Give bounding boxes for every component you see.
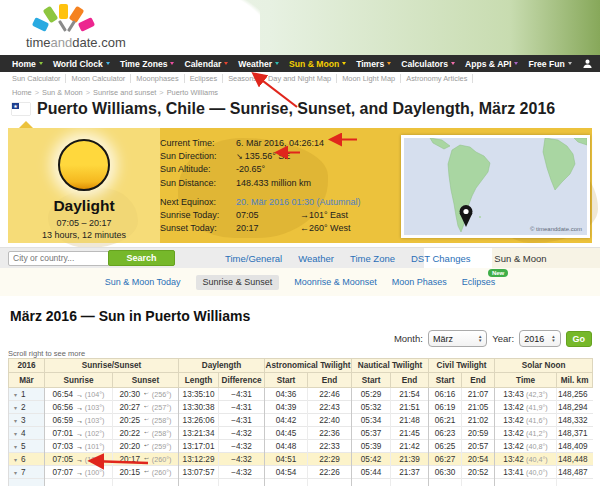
table-row-day-3: ▾306:59 →(103°)20:25 →(258°)13:26:06−4:3… bbox=[9, 414, 593, 427]
azimuth-degrees: (257°) bbox=[152, 403, 172, 412]
group-header-daylength: Daylength bbox=[179, 359, 265, 373]
row-expander-icon[interactable]: ▾ bbox=[14, 431, 17, 437]
azimuth-degrees: (258°) bbox=[152, 429, 172, 438]
group-header-civil-twilight: Civil Twilight bbox=[429, 359, 495, 373]
azimuth-degrees: (256°) bbox=[152, 390, 172, 399]
nav-item-apps-api[interactable]: Apps & API bbox=[465, 59, 518, 69]
breadcrumb-link-sunrise-and-sunset[interactable]: Sunrise and sunset bbox=[93, 88, 156, 97]
cell-astro-end: 22:29 bbox=[308, 453, 352, 466]
nav-item-label: Timers bbox=[356, 59, 384, 69]
breadcrumb-link-home[interactable]: Home bbox=[12, 88, 32, 97]
subnav-link-seasons[interactable]: Seasons bbox=[223, 74, 263, 83]
chevron-down-icon bbox=[170, 62, 174, 65]
location-map[interactable]: © timeanddate.com bbox=[401, 135, 590, 238]
cell-civil-start: 06:27 bbox=[429, 453, 462, 466]
nav-item-label: Apps & API bbox=[465, 59, 511, 69]
nav-item-calculators[interactable]: Calculators bbox=[401, 59, 455, 69]
search-button[interactable]: Search bbox=[108, 250, 175, 266]
daylight-panel: Daylight 07:05 – 20:17 13 hours, 12 minu… bbox=[8, 128, 160, 243]
col-header-end: End bbox=[308, 373, 352, 388]
cell-sunset: 20:25 →(258°) bbox=[113, 414, 179, 427]
month-select[interactable]: März ▲▼ bbox=[428, 330, 487, 347]
cell-astro-start: 04:42 bbox=[265, 414, 308, 427]
subnav-link-sun-calculator[interactable]: Sun Calculator bbox=[12, 74, 66, 83]
row-expander-icon[interactable]: ▾ bbox=[14, 444, 17, 450]
subtab-moon-phases[interactable]: Moon Phases bbox=[392, 277, 447, 287]
select-stepper-icon: ▲▼ bbox=[478, 335, 482, 343]
cell-empty bbox=[113, 479, 179, 486]
subtab-sun-moon-today[interactable]: Sun & Moon Today bbox=[105, 277, 181, 287]
nav-item-timers[interactable]: Timers bbox=[356, 59, 391, 69]
col-header-start: Start bbox=[429, 373, 462, 388]
azimuth-degrees: (260°) bbox=[152, 455, 172, 464]
tab-time-zone[interactable]: Time Zone bbox=[350, 253, 395, 264]
cell-astro-end: 22:40 bbox=[308, 414, 352, 427]
row-expander-icon[interactable]: ▾ bbox=[14, 457, 17, 463]
account-icon[interactable] bbox=[582, 58, 593, 69]
nav-item-calendar[interactable]: Calendar bbox=[184, 59, 228, 69]
daylight-duration: 13 hours, 12 minutes bbox=[8, 230, 160, 240]
cell-nautical-start: 05:44 bbox=[352, 466, 391, 479]
subnav-link-day-and-night-map[interactable]: Day and Night Map bbox=[263, 74, 337, 83]
table-row-day-6: ▾607:05 →(101°)20:17 →(260°)13:12:29−4:3… bbox=[9, 453, 593, 466]
subtab-sunrise-sunset[interactable]: Sunrise & Sunset bbox=[196, 275, 280, 290]
row-expander-icon[interactable]: ▾ bbox=[14, 418, 17, 424]
event-label: Sunset Today: bbox=[160, 222, 236, 235]
go-button[interactable]: Go bbox=[566, 331, 593, 347]
row-expander-icon[interactable]: ▾ bbox=[14, 392, 17, 398]
nav-item-sun-moon[interactable]: Sun & Moon bbox=[289, 59, 346, 69]
subtab-moonrise-moonset[interactable]: Moonrise & Moonset bbox=[294, 277, 377, 287]
subtab-eclipses[interactable]: EclipsesNew bbox=[462, 277, 496, 287]
table-row-day-4: ▾407:01 →(102°)20:22 →(258°)13:21:34−4:3… bbox=[9, 427, 593, 440]
cell-nautical-end: 21:54 bbox=[391, 388, 429, 401]
sun-direction-arrow-icon: → bbox=[143, 441, 152, 451]
nav-item-weather[interactable]: Weather bbox=[238, 59, 279, 69]
nav-item-world-clock[interactable]: World Clock bbox=[53, 59, 110, 69]
year-select[interactable]: 2016 ▲▼ bbox=[519, 330, 560, 347]
stat-value: 148.433 million km bbox=[236, 177, 311, 190]
group-header-solar-noon: Solar Noon bbox=[495, 359, 593, 373]
site-logo[interactable]: timeanddate.com bbox=[26, 4, 166, 54]
nav-item-free-fun[interactable]: Free Fun bbox=[528, 59, 571, 69]
astronomy-subnav: Sun CalculatorMoon CalculatorMoonphasesE… bbox=[12, 74, 473, 83]
nav-item-home[interactable]: Home bbox=[12, 59, 43, 69]
tab-weather[interactable]: Weather bbox=[298, 253, 334, 264]
subnav-link-moon-light-map[interactable]: Moon Light Map bbox=[337, 74, 401, 83]
subnav-link-astronomy-articles[interactable]: Astronomy Articles bbox=[401, 74, 473, 83]
sun-direction-arrow-icon: → bbox=[142, 389, 151, 400]
cell-astro-start: 04:45 bbox=[265, 427, 308, 440]
subnav-link-moon-calculator[interactable]: Moon Calculator bbox=[66, 74, 131, 83]
azimuth-degrees: (100°) bbox=[85, 468, 105, 477]
breadcrumb-link-sun-moon[interactable]: Sun & Moon bbox=[42, 88, 83, 97]
row-expander-icon[interactable]: ▾ bbox=[14, 405, 17, 411]
subnav-link-eclipses[interactable]: Eclipses bbox=[185, 74, 224, 83]
nav-item-label: Free Fun bbox=[528, 59, 564, 69]
equinox-link[interactable]: 20. Mär 2016 01:30 (Autumnal) bbox=[236, 196, 361, 209]
cell-sunset: 20:20 →(259°) bbox=[113, 440, 179, 453]
search-input[interactable] bbox=[8, 251, 110, 266]
cell-million-km: 148,448 bbox=[557, 453, 593, 466]
tab-time-general[interactable]: Time/General bbox=[225, 253, 282, 264]
event-direction: →101° East bbox=[300, 209, 348, 222]
stat-value: -20.65° bbox=[236, 163, 265, 176]
row-expander-icon[interactable]: ▾ bbox=[14, 470, 17, 476]
subnav-link-moonphases[interactable]: Moonphases bbox=[131, 74, 184, 83]
breadcrumb-link-puerto-williams[interactable]: Puerto Williams bbox=[167, 88, 218, 97]
year-label: Year: bbox=[492, 333, 514, 344]
cell-nautical-end: 21:45 bbox=[391, 427, 429, 440]
stat-value: 6. Mär 2016, 04:26:14 bbox=[236, 137, 324, 150]
event-label: Next Equinox: bbox=[160, 196, 236, 209]
table-month-header: Mär bbox=[9, 373, 45, 388]
sun-direction-arrow-icon: → bbox=[75, 428, 84, 438]
stat-row-sun-altitude: Sun Altitude:-20.65° bbox=[160, 163, 400, 176]
azimuth-degrees: (258°) bbox=[152, 416, 172, 425]
tab-dst-changes[interactable]: DST Changes bbox=[411, 253, 471, 264]
cell-empty bbox=[429, 479, 462, 486]
tab-sun-moon[interactable]: Sun & Moon bbox=[487, 253, 555, 264]
cell-civil-end: 21:07 bbox=[462, 388, 495, 401]
nav-item-time-zones[interactable]: Time Zones bbox=[120, 59, 175, 69]
cell-civil-end: 21:05 bbox=[462, 401, 495, 414]
new-badge: New bbox=[488, 269, 508, 277]
cell-empty bbox=[45, 479, 113, 486]
section-heading: März 2016 — Sun in Puerto Williams bbox=[10, 308, 250, 324]
